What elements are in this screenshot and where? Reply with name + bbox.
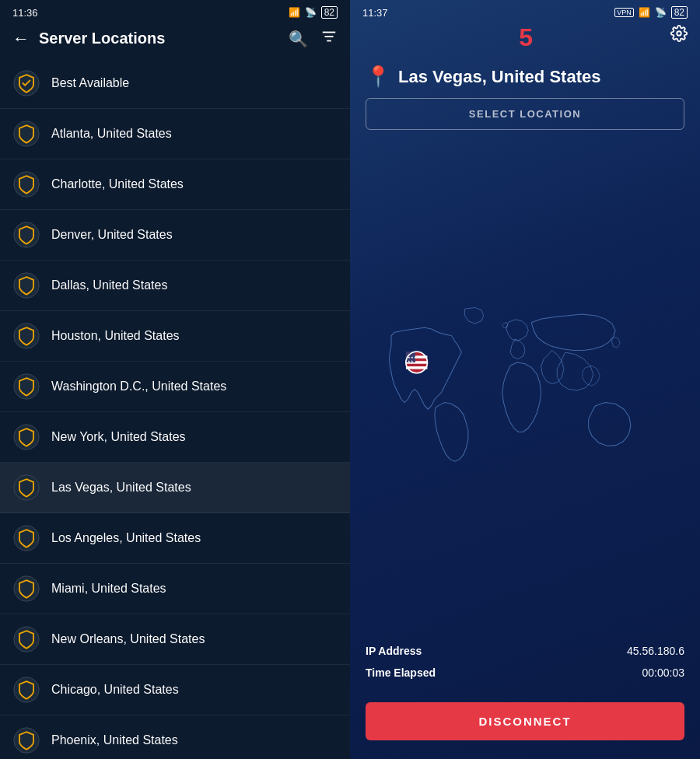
signal-right: 📶 (639, 7, 650, 18)
shield-icon (12, 271, 40, 299)
step-number-right: 5 (519, 23, 533, 52)
time-right: 11:37 (362, 7, 388, 19)
header-icons: 🔍 (289, 28, 338, 49)
time-elapsed-label: Time Elapsed (366, 666, 436, 679)
status-bar-right: 11:37 VPN 📶 📡 82 (350, 0, 700, 22)
server-name: New Orleans, United States (51, 632, 205, 646)
list-item-las-vegas[interactable]: Las Vegas, United States (0, 463, 350, 513)
server-name: Miami, United States (51, 582, 166, 596)
shield-icon (12, 221, 40, 249)
list-item[interactable]: Best Available (0, 58, 350, 109)
list-item[interactable]: New York, United States (0, 412, 350, 463)
shield-icon (12, 69, 40, 97)
list-item[interactable]: Chicago, United States (0, 665, 350, 715)
list-item[interactable]: New Orleans, United States (0, 614, 350, 665)
location-pin-icon: 📍 (366, 65, 390, 89)
shield-icon (12, 474, 40, 502)
signal-left: 📶 (289, 7, 300, 18)
shield-icon (12, 170, 40, 198)
list-item[interactable]: Houston, United States (0, 311, 350, 362)
list-item[interactable]: Phoenix, United States (0, 715, 350, 759)
server-name: Washington D.C., United States (51, 380, 226, 393)
server-name: Houston, United States (51, 329, 180, 343)
back-button[interactable]: ← (12, 29, 30, 49)
list-item[interactable]: Charlotte, United States (0, 159, 350, 210)
world-map-container: ★★★ ★★ (350, 142, 700, 628)
list-item[interactable]: Denver, United States (0, 210, 350, 261)
list-item[interactable]: Dallas, United States (0, 261, 350, 311)
shield-icon (12, 423, 40, 451)
shield-icon (12, 524, 40, 552)
list-item[interactable]: Washington D.C., United States (0, 362, 350, 412)
ip-label: IP Address (366, 645, 422, 657)
page-title: Server Locations (39, 30, 289, 47)
svg-point-17 (677, 31, 681, 36)
search-icon[interactable]: 🔍 (289, 30, 308, 48)
ip-value: 45.56.180.6 (627, 645, 684, 657)
shield-icon (12, 120, 40, 148)
settings-icon[interactable] (670, 25, 688, 46)
server-name: Chicago, United States (51, 683, 179, 697)
svg-rect-22 (406, 366, 428, 369)
server-name: Phoenix, United States (51, 733, 178, 747)
list-item[interactable]: Los Angeles, United States (0, 513, 350, 564)
ip-row: IP Address 45.56.180.6 (366, 640, 684, 662)
right-panel: 11:37 VPN 📶 📡 82 5 📍 Las Vegas, United S… (350, 0, 700, 759)
shield-icon (12, 575, 40, 603)
server-name: Dallas, United States (51, 278, 167, 292)
battery-left: 82 (321, 6, 338, 19)
server-name: Charlotte, United States (51, 177, 184, 191)
time-elapsed-value: 00:00:03 (642, 666, 685, 679)
list-item[interactable]: Atlanta, United States (0, 109, 350, 159)
server-name: Denver, United States (51, 228, 173, 242)
vpn-badge: VPN (614, 8, 634, 17)
wifi-left: 📡 (305, 7, 317, 18)
shield-icon (12, 625, 40, 653)
select-location-button[interactable]: SELECT LOCATION (366, 98, 684, 130)
server-name: Las Vegas, United States (51, 481, 191, 495)
shield-icon (12, 676, 40, 704)
time-row: Time Elapsed 00:00:03 (366, 662, 684, 684)
server-list: Best Available Atlanta, United States Ch… (0, 58, 350, 759)
shield-icon (12, 726, 40, 754)
location-name: Las Vegas, United States (398, 67, 600, 87)
shield-icon (12, 373, 40, 400)
shield-icon (12, 322, 40, 350)
disconnect-button[interactable]: DISCONNECT (366, 702, 684, 740)
svg-text:★★: ★★ (408, 359, 414, 363)
status-bar-left: 11:36 📶 📡 82 (0, 0, 350, 22)
list-item[interactable]: Miami, United States (0, 564, 350, 614)
left-panel: 11:36 📶 📡 82 4 ← Server Locations 🔍 (0, 0, 350, 759)
info-section: IP Address 45.56.180.6 Time Elapsed 00:0… (350, 628, 700, 696)
header-left: ← Server Locations 🔍 (0, 22, 350, 58)
server-name: Los Angeles, United States (51, 531, 201, 545)
world-map: ★★★ ★★ (358, 296, 692, 483)
time-left: 11:36 (12, 7, 38, 19)
filter-icon[interactable] (320, 28, 338, 49)
selected-location: 📍 Las Vegas, United States (350, 52, 700, 98)
battery-right: 82 (671, 6, 688, 19)
server-name: New York, United States (51, 430, 186, 444)
server-name: Best Available (51, 76, 129, 90)
wifi-right: 📡 (655, 7, 667, 18)
server-name: Atlanta, United States (51, 127, 172, 141)
